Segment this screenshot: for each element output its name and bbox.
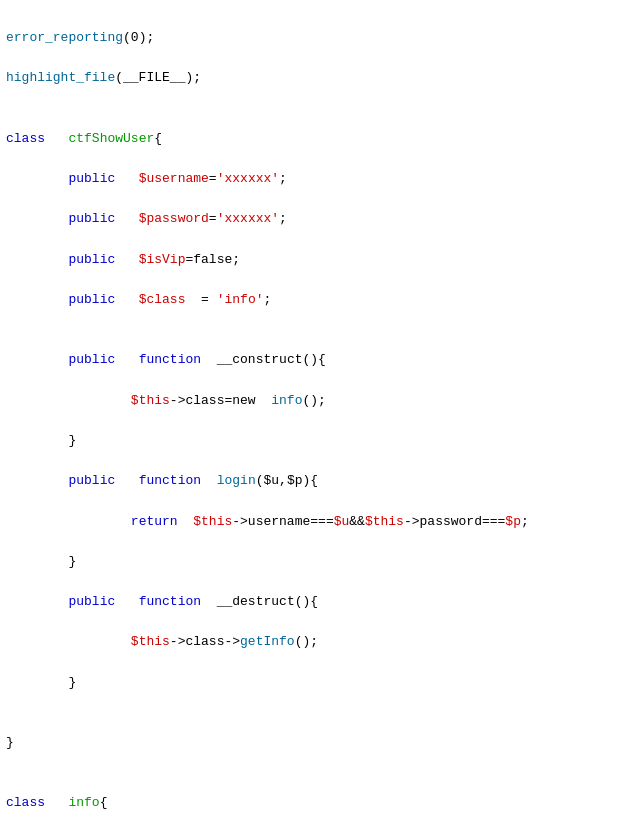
line-10: public function __construct(){ [6, 350, 616, 370]
line-15: } [6, 552, 616, 572]
line-11: $this->class=new info(); [6, 391, 616, 411]
line-20: } [6, 733, 616, 753]
code-display: error_reporting(0); highlight_file(__FIL… [6, 8, 616, 832]
line-8: public $class = 'info'; [6, 290, 616, 310]
line-22: class info{ [6, 793, 616, 813]
line-1: error_reporting(0); [6, 28, 616, 48]
line-2: highlight_file(__FILE__); [6, 68, 616, 88]
line-7: public $isVip=false; [6, 250, 616, 270]
line-5: public $username='xxxxxx'; [6, 169, 616, 189]
line-14: return $this->username===$u&&$this->pass… [6, 512, 616, 532]
line-13: public function login($u,$p){ [6, 471, 616, 491]
line-12: } [6, 431, 616, 451]
line-18: } [6, 673, 616, 693]
line-16: public function __destruct(){ [6, 592, 616, 612]
line-6: public $password='xxxxxx'; [6, 209, 616, 229]
line-17: $this->class->getInfo(); [6, 632, 616, 652]
line-4: class ctfShowUser{ [6, 129, 616, 149]
